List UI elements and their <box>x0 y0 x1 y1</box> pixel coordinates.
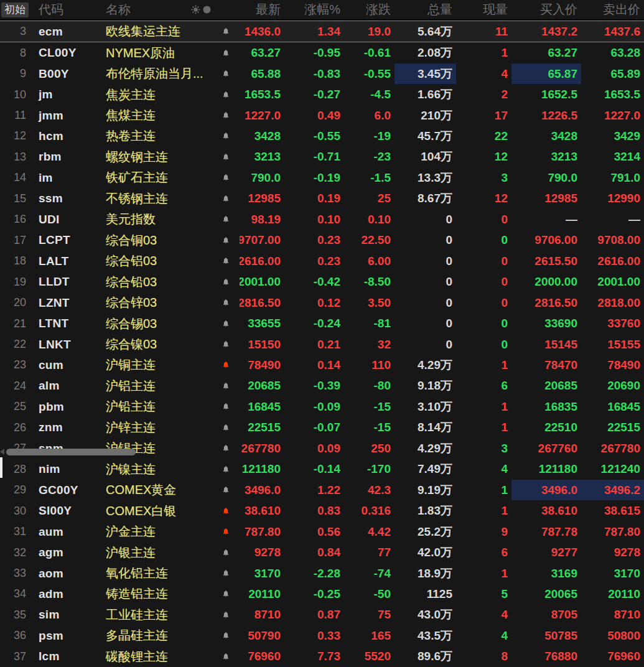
alert-bell-icon[interactable] <box>222 548 230 557</box>
bell-cell[interactable] <box>212 438 240 459</box>
table-row[interactable]: 17 LCPT 综合铜03 9707.00 0.23 22.50 0 0 970… <box>0 230 644 251</box>
bell-cell[interactable] <box>212 230 240 251</box>
table-row[interactable]: 34 adm 铸造铝主连 20110 -0.25 -50 1125 5 2006… <box>0 584 644 604</box>
alert-bell-icon[interactable] <box>222 485 230 495</box>
bell-cell[interactable] <box>212 126 240 146</box>
alert-bell-icon[interactable] <box>222 152 230 162</box>
header-initial[interactable]: 初始 <box>0 2 31 17</box>
header-latest[interactable]: 最新 <box>240 1 284 18</box>
alert-bell-icon[interactable] <box>222 69 230 78</box>
scroll-left-arrow-icon[interactable] <box>0 449 4 455</box>
bell-cell[interactable] <box>212 459 240 480</box>
alert-bell-icon[interactable] <box>222 423 230 432</box>
bell-cell[interactable] <box>212 584 240 604</box>
table-row[interactable]: 20 LZNT 综合锌03 2816.50 0.12 3.50 0 0 2816… <box>0 292 644 313</box>
alert-bell-icon[interactable] <box>222 465 230 474</box>
table-row[interactable]: 31 aum 沪金主连 787.80 0.56 4.42 25.2万 9 787… <box>0 521 644 542</box>
bell-cell[interactable] <box>212 63 240 84</box>
alert-bell-icon[interactable] <box>222 173 230 182</box>
bell-cell[interactable] <box>212 625 240 646</box>
table-row[interactable]: 37 lcm 碳酸锂主连 76960 7.73 5520 89.6万 8 768… <box>0 646 644 667</box>
table-row[interactable]: 9 B00Y 布伦特原油当月... 65.88 -0.83 -0.55 3.45… <box>0 63 644 84</box>
alert-bell-icon[interactable] <box>222 256 230 266</box>
sun-icon[interactable] <box>191 5 200 14</box>
table-row[interactable]: 13 rbm 螺纹钢主连 3213 -0.71 -23 104万 12 3213… <box>0 147 644 167</box>
header-vol[interactable]: 总量 <box>394 1 456 18</box>
initial-button[interactable]: 初始 <box>1 2 29 17</box>
table-row[interactable]: 19 LLDT 综合铅03 2001.00 -0.42 -8.50 0 0 20… <box>0 271 644 292</box>
table-row[interactable]: 11 jmm 焦煤主连 1227.0 0.49 6.0 210万 17 1226… <box>0 105 644 126</box>
bell-cell[interactable] <box>212 313 240 334</box>
bell-cell[interactable] <box>212 42 240 63</box>
alert-bell-icon[interactable] <box>222 111 230 120</box>
alert-bell-icon[interactable] <box>222 652 230 661</box>
bell-cell[interactable] <box>212 105 240 126</box>
bell-cell[interactable] <box>212 396 240 417</box>
table-row[interactable]: 21 LTNT 综合锡03 33655 -0.24 -81 0 0 33690 … <box>0 313 644 334</box>
bell-cell[interactable] <box>212 189 240 209</box>
table-row[interactable]: 24 alm 沪铝主连 20685 -0.39 -80 9.18万 6 2068… <box>0 376 644 396</box>
horizontal-scrollbar[interactable] <box>0 447 143 456</box>
alert-bell-icon[interactable] <box>222 27 230 36</box>
bell-cell[interactable] <box>212 355 240 375</box>
alert-bell-icon[interactable] <box>222 589 230 599</box>
bell-cell[interactable] <box>212 646 240 667</box>
header-pct[interactable]: 涨幅% <box>284 1 344 18</box>
table-row[interactable]: 32 agm 沪银主连 9278 0.84 77 42.0万 6 9277 92… <box>0 542 644 562</box>
table-row[interactable]: 33 aom 氧化铝主连 3170 -2.28 -74 18.9万 1 3169… <box>0 563 644 584</box>
header-ask[interactable]: 卖出价 <box>581 1 644 18</box>
alert-bell-icon[interactable] <box>222 49 230 58</box>
bell-cell[interactable] <box>212 376 240 396</box>
alert-bell-icon[interactable] <box>222 402 230 411</box>
header-name[interactable]: 名称 <box>98 1 212 18</box>
alert-bell-icon[interactable] <box>222 278 230 287</box>
table-row[interactable]: 26 znm 沪锌主连 22515 -0.07 -15 8.14万 1 2251… <box>0 417 644 438</box>
alert-bell-icon[interactable] <box>222 527 230 536</box>
table-row[interactable]: 18 LALT 综合铝03 2616.00 0.23 6.00 0 0 2615… <box>0 251 644 271</box>
alert-bell-icon[interactable] <box>222 340 230 349</box>
bell-cell[interactable] <box>212 209 240 230</box>
table-row[interactable]: 14 im 铁矿石主连 790.0 -0.19 -1.5 13.3万 3 790… <box>0 167 644 188</box>
table-row[interactable]: 3 ecm 欧线集运主连 1436.0 1.34 19.0 5.64万 11 1… <box>0 21 644 42</box>
bell-cell[interactable] <box>212 521 240 542</box>
table-row[interactable]: 23 cum 沪铜主连 78490 0.14 110 4.29万 1 78470… <box>0 355 644 375</box>
alert-bell-icon[interactable] <box>222 319 230 329</box>
table-row[interactable]: 12 hcm 热卷主连 3428 -0.55 -19 45.7万 22 3428… <box>0 126 644 146</box>
header-cur[interactable]: 现量 <box>456 1 511 18</box>
bell-cell[interactable] <box>212 251 240 271</box>
table-row[interactable]: 25 pbm 沪铅主连 16845 -0.09 -15 3.10万 1 1683… <box>0 396 644 417</box>
scrollbar-thumb[interactable] <box>6 449 136 455</box>
bell-cell[interactable] <box>212 500 240 521</box>
table-row[interactable]: 35 sim 工业硅主连 8710 0.87 75 43.0万 4 8705 8… <box>0 605 644 625</box>
table-row[interactable]: 8 CL00Y NYMEX原油 63.27 -0.95 -0.61 2.08万 … <box>0 42 644 63</box>
table-row[interactable]: 30 SI00Y COMEX白银 38.610 0.83 0.316 1.83万… <box>0 500 644 521</box>
bell-cell[interactable] <box>212 147 240 167</box>
header-chg[interactable]: 涨跌 <box>344 1 394 18</box>
alert-bell-icon[interactable] <box>222 131 230 141</box>
alert-bell-icon[interactable] <box>222 610 230 620</box>
alert-bell-icon[interactable] <box>222 298 230 307</box>
table-row[interactable]: 29 GC00Y COMEX黄金 3496.0 1.22 42.3 9.19万 … <box>0 480 644 500</box>
alert-bell-icon[interactable] <box>222 506 230 516</box>
table-row[interactable]: 16 UDI 美元指数 98.19 0.10 0.10 0 0 — — <box>0 209 644 230</box>
alert-bell-icon[interactable] <box>222 194 230 203</box>
header-code[interactable]: 代码 <box>31 1 98 18</box>
bell-cell[interactable] <box>212 21 240 42</box>
table-row[interactable]: 36 psm 多晶硅主连 50790 0.33 165 43.5万 4 5078… <box>0 625 644 646</box>
alert-bell-icon[interactable] <box>222 236 230 245</box>
header-bid[interactable]: 买入价 <box>511 1 581 18</box>
bell-cell[interactable] <box>212 563 240 584</box>
table-row[interactable]: 22 LNKT 综合镍03 15150 0.21 32 0 0 15145 15… <box>0 334 644 355</box>
bell-cell[interactable] <box>212 292 240 313</box>
bell-cell[interactable] <box>212 84 240 105</box>
alert-bell-icon[interactable] <box>222 569 230 578</box>
alert-bell-icon[interactable] <box>222 631 230 640</box>
alert-bell-icon[interactable] <box>222 444 230 453</box>
bell-cell[interactable] <box>212 542 240 562</box>
bell-cell[interactable] <box>212 417 240 438</box>
bell-cell[interactable] <box>212 605 240 625</box>
table-row[interactable]: 15 ssm 不锈钢主连 12985 0.19 25 8.67万 12 1298… <box>0 189 644 209</box>
bell-cell[interactable] <box>212 271 240 292</box>
table-row[interactable]: 10 jm 焦炭主连 1653.5 -0.27 -4.5 1.66万 2 165… <box>0 84 644 105</box>
bell-cell[interactable] <box>212 480 240 500</box>
